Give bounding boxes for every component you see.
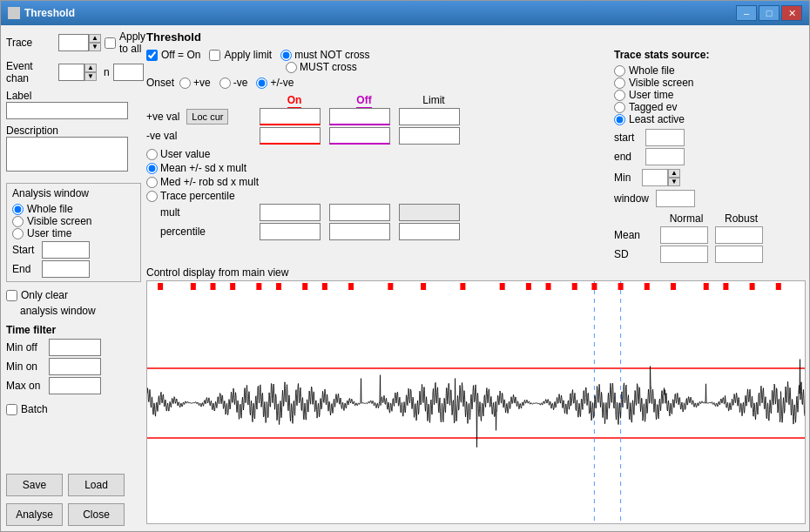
min-on-label: Min on bbox=[6, 360, 45, 373]
min-on-input[interactable]: 0 bbox=[49, 358, 101, 375]
percentile-off-input[interactable]: 5 bbox=[329, 223, 390, 240]
mean-value-input[interactable]: -44.68 bbox=[660, 226, 708, 244]
event-chan-input[interactable]: a bbox=[58, 64, 84, 81]
minus-ve-val-label: -ve val bbox=[146, 130, 177, 142]
ts-end-row: end 10 bbox=[614, 148, 806, 165]
loc-cur-button[interactable]: Loc cur bbox=[186, 109, 228, 125]
off-equals-on-check[interactable] bbox=[146, 50, 158, 61]
must-not-cross-radio[interactable] bbox=[280, 50, 292, 61]
sd-value-input[interactable]: 21.71 bbox=[660, 246, 708, 263]
n-input[interactable]: 0 bbox=[113, 64, 144, 81]
off-minus-input[interactable]: -153.225 bbox=[329, 127, 390, 145]
ts-window-label: window bbox=[614, 192, 652, 205]
med-rob-label: Med +/- rob sd x mult bbox=[160, 176, 259, 188]
whole-file-radio[interactable] bbox=[12, 204, 24, 215]
mean-sd-radio[interactable] bbox=[146, 163, 158, 174]
ts-visible-screen-radio[interactable] bbox=[614, 77, 625, 89]
ts-whole-file-radio[interactable] bbox=[614, 65, 625, 77]
ts-user-time-radio[interactable] bbox=[614, 90, 625, 101]
threshold-title: Threshold bbox=[146, 30, 806, 44]
user-time-radio[interactable] bbox=[12, 228, 24, 239]
off-plus-input[interactable]: 63.8698 bbox=[329, 108, 390, 125]
percentile-on-input[interactable]: 5 bbox=[260, 223, 321, 240]
ts-min-label: Min bbox=[614, 172, 638, 184]
maximize-button[interactable]: □ bbox=[759, 5, 780, 21]
description-input[interactable] bbox=[6, 137, 128, 172]
batch-check[interactable] bbox=[6, 404, 17, 415]
mean-robust-input[interactable] bbox=[715, 226, 763, 244]
main-content: Trace 1 ▲ ▼ Apply to all Event chan a bbox=[1, 25, 809, 531]
start-input[interactable]: 0 bbox=[42, 241, 90, 259]
load-button[interactable]: Load bbox=[68, 474, 125, 496]
trace-spinner: 1 ▲ ▼ bbox=[58, 34, 101, 51]
trace-down-button[interactable]: ▼ bbox=[89, 43, 101, 51]
only-clear-check[interactable] bbox=[6, 290, 17, 301]
waveform[interactable] bbox=[147, 281, 805, 524]
min-off-input[interactable]: 0 bbox=[49, 339, 101, 356]
minimize-button[interactable]: – bbox=[736, 5, 757, 21]
on-plus-input[interactable]: 63.8698 bbox=[260, 108, 321, 125]
med-rob-radio[interactable] bbox=[146, 177, 158, 188]
ts-tagged-ev-radio[interactable] bbox=[614, 102, 625, 113]
label-input[interactable] bbox=[6, 102, 128, 119]
mult-row: mult 5 5 6 bbox=[146, 204, 607, 221]
ts-min-spinner: a ▲ ▼ bbox=[642, 169, 680, 186]
trace-row: Trace 1 ▲ ▼ Apply to all bbox=[6, 30, 141, 55]
plus-ve-radio[interactable] bbox=[179, 77, 191, 89]
analysis-window-title: Analysis window bbox=[12, 187, 135, 199]
event-chan-up-button[interactable]: ▲ bbox=[84, 64, 97, 72]
plus-ve-val-label-area: +ve val Loc cur bbox=[146, 109, 260, 125]
plus-minus-ve-radio[interactable] bbox=[256, 77, 267, 89]
close-dialog-button[interactable]: Close bbox=[68, 503, 125, 526]
minus-ve-radio[interactable] bbox=[219, 77, 231, 89]
sd-robust-input[interactable] bbox=[715, 246, 763, 263]
minus-ve-radio-row: -ve bbox=[219, 77, 248, 89]
save-button[interactable]: Save bbox=[6, 474, 63, 496]
ts-window-input[interactable]: 10 bbox=[656, 190, 695, 207]
must-cross-radio[interactable] bbox=[286, 62, 297, 73]
must-not-cross-label: must NOT cross bbox=[294, 49, 369, 61]
mult-limit-input[interactable]: 6 bbox=[399, 204, 460, 221]
ts-user-time-label: User time bbox=[629, 89, 673, 101]
window-controls: – □ ✕ bbox=[736, 5, 802, 21]
minus-ve-val-row: -ve val -153.225 -153.225 -174.635 bbox=[146, 127, 607, 145]
percentile-limit-input[interactable]: 5 bbox=[399, 223, 460, 240]
minus-ve-label: -ve bbox=[233, 77, 248, 89]
trace-percentile-row: Trace percentile bbox=[146, 190, 607, 202]
mult-label: mult bbox=[146, 206, 260, 219]
on-minus-input[interactable]: -153.225 bbox=[260, 127, 321, 145]
max-on-input[interactable]: 100000 bbox=[49, 377, 101, 394]
waveform-canvas[interactable] bbox=[146, 280, 806, 524]
ts-start-input[interactable]: 0 bbox=[645, 129, 685, 146]
end-input[interactable]: 10 bbox=[42, 260, 90, 278]
limit-minus-input[interactable]: -174.635 bbox=[399, 127, 460, 145]
trace-spinner-buttons: ▲ ▼ bbox=[89, 34, 101, 51]
trace-up-button[interactable]: ▲ bbox=[89, 34, 101, 43]
ts-whole-file-label: Whole file bbox=[629, 64, 675, 77]
apply-limit-check[interactable] bbox=[209, 50, 220, 61]
trace-stats-panel: Trace stats source: Whole file Visible s… bbox=[614, 49, 806, 263]
mult-on-input[interactable]: 5 bbox=[260, 204, 321, 221]
ts-least-active-radio[interactable] bbox=[614, 114, 625, 125]
event-chan-spinner: a ▲ ▼ bbox=[58, 64, 97, 81]
ts-min-up-button[interactable]: ▲ bbox=[668, 169, 680, 178]
trace-stats-title: Trace stats source: bbox=[614, 49, 806, 61]
start-row: Start 0 bbox=[12, 241, 135, 259]
visible-screen-radio[interactable] bbox=[12, 216, 24, 227]
trace-percentile-radio[interactable] bbox=[146, 191, 158, 202]
limit-plus-input[interactable]: 85.5793 bbox=[399, 108, 460, 125]
percentile-label: percentile bbox=[146, 226, 260, 238]
ts-min-input[interactable]: a bbox=[642, 169, 668, 186]
analyse-button[interactable]: Analyse bbox=[6, 503, 63, 526]
close-button[interactable]: ✕ bbox=[781, 5, 802, 21]
event-chan-down-button[interactable]: ▼ bbox=[84, 72, 97, 81]
end-label: End bbox=[12, 263, 38, 275]
mult-off-input[interactable]: 5 bbox=[329, 204, 390, 221]
ts-min-down-button[interactable]: ▼ bbox=[668, 178, 680, 186]
trace-input[interactable]: 1 bbox=[58, 34, 89, 51]
apply-to-all-check[interactable] bbox=[105, 37, 116, 49]
ts-end-input[interactable]: 10 bbox=[645, 148, 685, 165]
user-value-radio[interactable] bbox=[146, 149, 158, 160]
ts-end-label: end bbox=[614, 151, 642, 163]
bottom-buttons: Save Load bbox=[6, 470, 141, 496]
